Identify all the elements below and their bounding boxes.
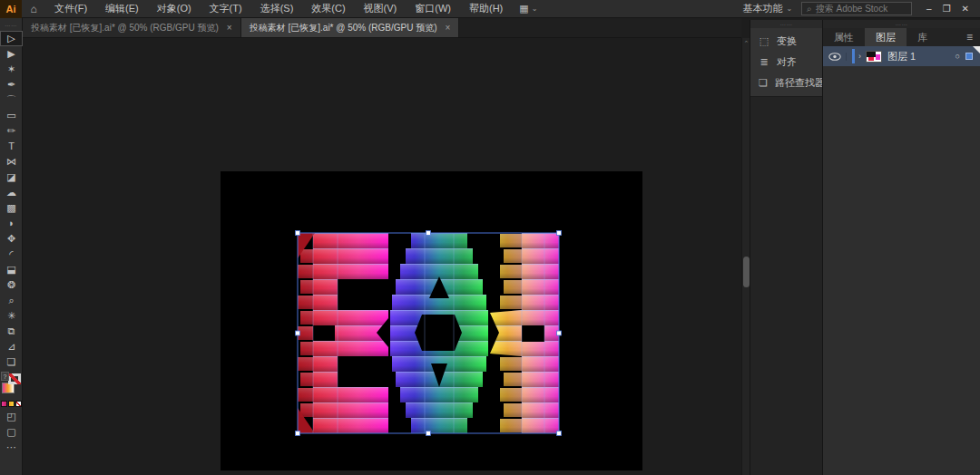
menu-effect[interactable]: 效果(C) — [302, 0, 354, 18]
selection-handle[interactable] — [296, 231, 300, 236]
layer-target-icon[interactable]: ○ — [956, 52, 960, 61]
document-tab-2-active[interactable]: 投稿素材 [已恢复].ai* @ 50% (RGB/GPU 预览) × — [241, 18, 460, 37]
blend-tool[interactable]: ⋈ — [0, 154, 23, 170]
canvas-pasteboard[interactable] — [23, 38, 741, 475]
panel-drag-handle[interactable]: ⋯⋯ — [823, 20, 980, 28]
tab-layers[interactable]: 图层 — [865, 28, 906, 46]
panel-menu-icon[interactable]: ≡ — [959, 28, 980, 46]
screen-mode-button[interactable]: ▢ — [0, 424, 23, 440]
layer-row-selected[interactable]: › 图层 1 ○ — [823, 46, 980, 66]
tab-libraries[interactable]: 库 — [906, 28, 938, 46]
fill-question-badge: ? — [1, 372, 9, 381]
menu-object[interactable]: 对象(O) — [148, 0, 201, 18]
eraser-tool[interactable]: ◪ — [0, 170, 23, 185]
menu-window[interactable]: 窗口(W) — [406, 0, 460, 18]
width-tool[interactable]: ❂ — [0, 277, 23, 293]
adobe-stock-search[interactable]: ⌕ 搜索 Adobe Stock — [801, 2, 912, 15]
edit-toolbar-more-button[interactable]: ⋯ — [0, 440, 23, 455]
type-tool[interactable]: T — [0, 139, 23, 154]
close-tab-icon[interactable]: × — [227, 23, 232, 33]
document-tab-title: 投稿素材 [已恢复].ai* @ 50% (RGB/GPU 预览) — [31, 22, 219, 34]
app-logo[interactable]: Ai — [0, 0, 22, 18]
panel-button-align[interactable]: ≣ 对齐 — [750, 52, 822, 73]
panel-button-label: 路径查找器 — [775, 76, 825, 90]
panel-button-pathfinder[interactable]: ❏ 路径查找器 — [750, 73, 822, 93]
workspace-switcher[interactable]: 基本功能 ⌄ — [742, 2, 792, 15]
menu-view[interactable]: 视图(V) — [355, 0, 407, 18]
color-button[interactable] — [1, 401, 7, 407]
none-button[interactable] — [15, 401, 22, 407]
selection-handle[interactable] — [296, 331, 300, 335]
tools-panel-handle[interactable]: ⋯⋯ — [0, 18, 22, 31]
panel-button-label: 变换 — [777, 34, 797, 48]
tools-panel: ⋯⋯ ▷ ▶ ✶ ✒ ⌒ ▭ ✏ T ⋈ ◪ ☁ ▩ ◗ ✥ ◜ ⬓ ❂ ⌕ ✳… — [0, 18, 23, 475]
workspace-label: 基本功能 — [742, 2, 782, 15]
panel-button-transform[interactable]: ⬚ 变换 — [750, 31, 822, 52]
arrange-documents-button[interactable]: ▦ ⌄ — [519, 3, 537, 15]
rotate-view-tool[interactable]: ✳ — [0, 308, 23, 324]
stroke-none-slash-icon — [8, 373, 21, 384]
right-panel: ⋯⋯ 属性 图层 库 ≡ › 图层 1 ○ — [822, 20, 980, 475]
document-tab-bar: 投稿素材 [已恢复].ai* @ 50% (RGB/GPU 预览) × 投稿素材… — [23, 18, 741, 38]
gradient-button[interactable] — [8, 401, 15, 407]
selection-handle[interactable] — [557, 231, 562, 236]
letter-right-bar[interactable] — [490, 233, 559, 433]
illustrator-window: Ai ⌂ 文件(F) 编辑(E) 对象(O) 文字(T) 选择(S) 效果(C)… — [0, 0, 980, 475]
menu-type[interactable]: 文字(T) — [201, 0, 251, 18]
layer-thumbnail[interactable] — [866, 51, 882, 63]
layer-color-bar — [852, 49, 855, 63]
align-icon: ≣ — [759, 56, 769, 68]
layer-name[interactable]: 图层 1 — [887, 50, 916, 63]
selection-handle[interactable] — [557, 331, 562, 335]
layer-visibility-toggle[interactable] — [823, 53, 847, 61]
artboard[interactable] — [220, 171, 642, 470]
blob-brush-tool[interactable]: ☁ — [0, 185, 23, 200]
tab-properties[interactable]: 属性 — [823, 28, 865, 46]
panel-tab-bar: 属性 图层 库 ≡ — [823, 28, 980, 46]
layer-selection-indicator[interactable] — [965, 53, 973, 60]
home-icon[interactable]: ⌂ — [22, 3, 45, 15]
artboard-tool[interactable]: ⬓ — [0, 262, 23, 277]
direct-selection-tool[interactable]: ▶ — [0, 46, 23, 62]
shape-builder-tool[interactable]: ⧉ — [0, 324, 23, 339]
letter-middle-diamond[interactable] — [390, 233, 488, 433]
symbol-sprayer-tool[interactable]: ✥ — [0, 231, 23, 247]
eyedropper-tool[interactable]: ◗ — [0, 216, 23, 231]
menu-edit[interactable]: 编辑(E) — [96, 0, 148, 18]
selection-handle[interactable] — [426, 231, 431, 236]
chevron-down-icon: ⌄ — [786, 5, 792, 13]
restore-button[interactable]: ❐ — [943, 4, 951, 14]
close-button[interactable]: ✕ — [962, 4, 969, 14]
gradient-tool[interactable]: ▩ — [0, 200, 23, 216]
scrollbar-thumb[interactable] — [743, 257, 750, 287]
close-tab-icon[interactable]: × — [446, 23, 451, 33]
selection-handle[interactable] — [426, 431, 431, 436]
pencil-tool[interactable]: ✏ — [0, 123, 23, 139]
swap-fill-stroke-icon[interactable]: ❏ — [0, 354, 23, 370]
menu-help[interactable]: 帮助(H) — [460, 0, 512, 18]
pen-tool[interactable]: ✒ — [0, 77, 23, 92]
fill-stroke-indicator[interactable]: ? — [0, 372, 23, 399]
layer-expand-chevron[interactable]: › — [858, 52, 861, 61]
rectangle-tool[interactable]: ▭ — [0, 108, 23, 123]
selection-tool[interactable]: ▷ — [0, 31, 23, 46]
menu-file[interactable]: 文件(F) — [45, 0, 96, 18]
draw-mode-button[interactable]: ◰ — [0, 409, 23, 424]
document-tab-title: 投稿素材 [已恢复].ai* @ 50% (RGB/GPU 预览) — [250, 22, 437, 34]
zoom-tool[interactable]: ⌕ — [0, 293, 23, 308]
letter-left-E[interactable] — [298, 233, 388, 433]
selection-handle[interactable] — [557, 431, 562, 436]
arc-tool[interactable]: ◜ — [0, 247, 23, 262]
pathfinder-icon: ❏ — [759, 77, 768, 89]
artwork-selected-ribbon-text[interactable] — [220, 171, 642, 470]
canvas-vertical-scrollbar[interactable]: ⌃ — [741, 38, 750, 475]
selection-handle[interactable] — [296, 431, 300, 436]
menu-select[interactable]: 选择(S) — [251, 0, 303, 18]
chevron-down-icon: ⌄ — [532, 5, 538, 13]
magic-wand-tool[interactable]: ✶ — [0, 62, 23, 77]
document-tab-1[interactable]: 投稿素材 [已恢复].ai* @ 50% (RGB/GPU 预览) × — [23, 18, 241, 37]
perspective-grid-tool[interactable]: ⊿ — [0, 339, 23, 354]
dock-drag-handle[interactable]: ⋯⋯ — [750, 20, 822, 28]
minimize-button[interactable]: – — [926, 4, 932, 14]
curvature-tool[interactable]: ⌒ — [0, 92, 23, 108]
